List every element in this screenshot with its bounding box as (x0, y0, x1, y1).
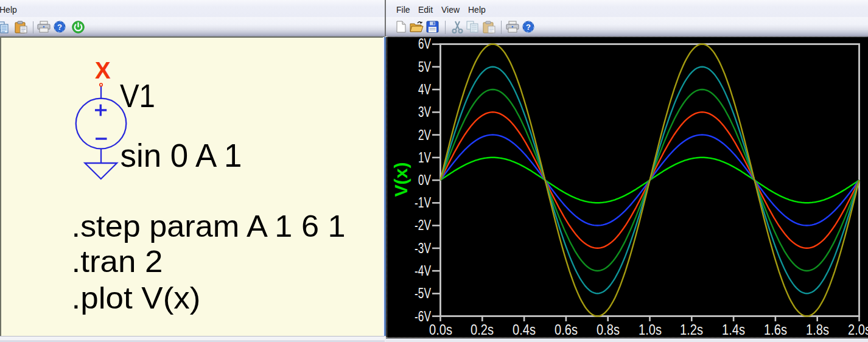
svg-text:4V: 4V (418, 82, 431, 97)
svg-text:-4V: -4V (415, 263, 431, 279)
svg-text:-5V: -5V (415, 285, 431, 301)
svg-text:V(x): V(x) (391, 162, 411, 197)
svg-text:0.4s: 0.4s (513, 322, 536, 338)
svg-text:1.4s: 1.4s (722, 322, 745, 338)
svg-text:1.6s: 1.6s (764, 322, 787, 338)
svg-text:0.6s: 0.6s (555, 322, 578, 338)
svg-text:0.0s: 0.0s (429, 322, 452, 338)
svg-text:1.2s: 1.2s (680, 322, 703, 338)
svg-text:2V: 2V (418, 127, 431, 143)
svg-text:3V: 3V (418, 104, 431, 120)
svg-text:0V: 0V (418, 172, 431, 188)
svg-text:6V: 6V (418, 37, 431, 52)
svg-text:0.8s: 0.8s (597, 322, 620, 338)
svg-text:?: ? (526, 23, 531, 32)
svg-text:2.0s: 2.0s (848, 322, 868, 338)
svg-text:V1: V1 (120, 77, 155, 114)
svg-text:5V: 5V (418, 59, 431, 75)
svg-text:.tran 2: .tran 2 (72, 245, 163, 279)
svg-text:1V: 1V (418, 150, 431, 166)
svg-text:.plot V(x): .plot V(x) (72, 281, 201, 315)
svg-text:.step param A 1 6 1: .step param A 1 6 1 (72, 209, 346, 243)
svg-text:0.2s: 0.2s (471, 322, 494, 338)
svg-text:-3V: -3V (415, 240, 431, 256)
svg-text:-2V: -2V (415, 217, 431, 233)
svg-text:-1V: -1V (415, 195, 431, 211)
svg-text:1.8s: 1.8s (806, 322, 829, 338)
svg-text:X: X (95, 57, 111, 83)
svg-text:sin 0 A 1: sin 0 A 1 (121, 137, 242, 173)
svg-text:1.0s: 1.0s (639, 322, 662, 338)
